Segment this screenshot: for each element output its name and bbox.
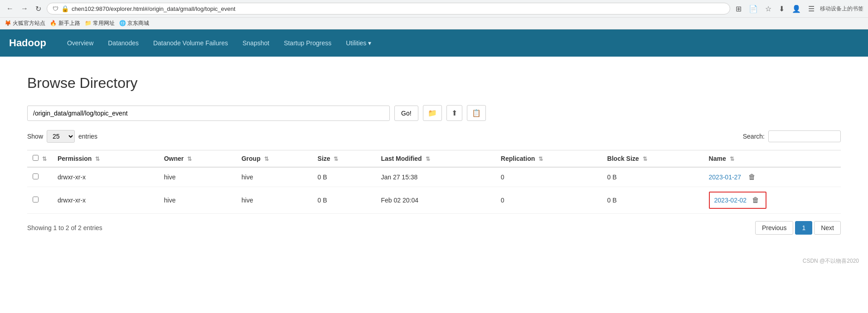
th-permission-label: Permission <box>58 155 92 162</box>
profile-icon[interactable]: 👤 <box>790 4 803 14</box>
reload-button[interactable]: ↻ <box>34 4 43 14</box>
sort-size-icon <box>334 156 338 162</box>
sort-icon <box>42 156 47 162</box>
page-1-button[interactable]: 1 <box>795 221 812 235</box>
extensions-icon[interactable]: ⊞ <box>734 4 743 14</box>
previous-button[interactable]: Previous <box>755 221 793 235</box>
row2-group: hive <box>236 187 312 214</box>
th-owner-label: Owner <box>164 155 184 162</box>
clipboard-icon-button[interactable]: 📋 <box>467 105 486 121</box>
nav-link-datanode-volume-failures[interactable]: Datanode Volume Failures <box>146 31 235 55</box>
row2-checkbox-cell <box>27 187 52 214</box>
th-group[interactable]: Group <box>236 150 312 168</box>
row1-delete-button[interactable]: 🗑 <box>747 172 757 182</box>
page-title: Browse Directory <box>27 75 841 91</box>
sort-permission-icon <box>95 156 100 162</box>
show-entries: Show 25 10 50 100 entries <box>27 130 97 143</box>
path-bar: Go! 📁 ⬆ 📋 <box>27 105 841 121</box>
next-button[interactable]: Next <box>814 221 841 235</box>
sort-replication-icon <box>538 156 543 162</box>
entries-select[interactable]: 25 10 50 100 <box>47 130 75 143</box>
th-block-size-label: Block Size <box>607 155 639 162</box>
mobile-bookmark-label: 移动设备上的书签 <box>820 5 863 13</box>
path-input[interactable] <box>27 106 390 121</box>
row2-highlighted-cell: 2023-02-02 🗑 <box>709 192 767 209</box>
row2-name-link[interactable]: 2023-02-02 <box>714 197 747 204</box>
main-content: Browse Directory Go! 📁 ⬆ 📋 Show 25 10 50… <box>0 57 868 253</box>
th-block-size[interactable]: Block Size <box>602 150 703 168</box>
row1-name-link[interactable]: 2023-01-27 <box>709 173 742 181</box>
sort-group-icon <box>264 156 269 162</box>
bookmark-jd[interactable]: 🌐 京东商城 <box>119 19 149 27</box>
browser-toolbar: ← → ↻ 🛡 🔒 chen102:9870/explorer.html#/or… <box>0 0 868 17</box>
go-button[interactable]: Go! <box>394 106 418 121</box>
row2-owner: hive <box>159 187 236 214</box>
browser-chrome: ← → ↻ 🛡 🔒 chen102:9870/explorer.html#/or… <box>0 0 868 29</box>
row1-replication: 0 <box>495 167 602 187</box>
sort-name-icon <box>730 156 734 162</box>
watermark: CSDN @不以物喜2020 <box>0 253 868 270</box>
bookmark-icon[interactable]: ☆ <box>763 4 773 14</box>
table-row: drwxr-xr-x hive hive 0 B Feb 02 20:04 0 … <box>27 187 841 214</box>
download-icon[interactable]: ⬇ <box>777 4 786 14</box>
search-label: Search: <box>743 133 765 140</box>
row1-block-size: 0 B <box>602 167 703 187</box>
sort-last-modified-icon <box>426 156 430 162</box>
lock-icon: 🔒 <box>61 5 69 12</box>
bookmark-firefox[interactable]: 🦊 火狐官方站点 <box>5 19 45 27</box>
row2-checkbox[interactable] <box>33 197 39 202</box>
sort-owner-icon <box>187 156 192 162</box>
th-owner[interactable]: Owner <box>159 150 236 168</box>
nav-link-utilities[interactable]: Utilities ▾ <box>339 31 378 55</box>
th-replication-label: Replication <box>501 155 535 162</box>
bookmark-newuser[interactable]: 🔥 新手上路 <box>50 19 80 27</box>
row1-checkbox[interactable] <box>33 173 39 179</box>
row2-size: 0 B <box>312 187 376 214</box>
nav-brand: Hadoop <box>9 37 46 49</box>
th-size-label: Size <box>318 155 330 162</box>
bookmark-common[interactable]: 📁 常用网址 <box>85 19 115 27</box>
nav-link-overview[interactable]: Overview <box>60 31 101 55</box>
row1-owner: hive <box>159 167 236 187</box>
table-footer: Showing 1 to 2 of 2 entries Previous 1 N… <box>27 221 841 235</box>
data-table: Permission Owner Group Size Last Modifie… <box>27 150 841 214</box>
nav-link-startup-progress[interactable]: Startup Progress <box>276 31 339 55</box>
row1-group: hive <box>236 167 312 187</box>
row2-delete-button[interactable]: 🗑 <box>750 195 761 205</box>
th-replication[interactable]: Replication <box>495 150 602 168</box>
pagination: Previous 1 Next <box>755 221 841 235</box>
select-all-checkbox[interactable] <box>33 155 39 161</box>
reader-view-icon[interactable]: 📄 <box>747 4 760 14</box>
search-input[interactable] <box>768 130 841 142</box>
row2-replication: 0 <box>495 187 602 214</box>
nav-links: Overview Datanodes Datanode Volume Failu… <box>60 31 378 55</box>
upload-icon-button[interactable]: ⬆ <box>446 105 462 121</box>
showing-text: Showing 1 to 2 of 2 entries <box>27 224 102 231</box>
th-name[interactable]: Name <box>703 150 841 168</box>
url-input[interactable]: chen102:9870/explorer.html#/origin_data/… <box>72 5 724 12</box>
th-size[interactable]: Size <box>312 150 376 168</box>
table-header: Permission Owner Group Size Last Modifie… <box>27 150 841 168</box>
row2-last-modified: Feb 02 20:04 <box>375 187 495 214</box>
bookmarks-bar: 🦊 火狐官方站点 🔥 新手上路 📁 常用网址 🌐 京东商城 <box>0 17 868 29</box>
nav-link-snapshot[interactable]: Snapshot <box>235 31 276 55</box>
utilities-label: Utilities <box>346 39 366 47</box>
menu-icon[interactable]: ☰ <box>806 4 816 14</box>
th-group-label: Group <box>242 155 261 162</box>
table-row: drwxr-xr-x hive hive 0 B Jan 27 15:38 0 … <box>27 167 841 187</box>
folder-icon-button[interactable]: 📁 <box>423 105 442 121</box>
row1-size: 0 B <box>312 167 376 187</box>
shield-icon: 🛡 <box>53 5 58 12</box>
nav-link-datanodes[interactable]: Datanodes <box>101 31 146 55</box>
row2-permission: drwxr-xr-x <box>52 187 159 214</box>
th-permission[interactable]: Permission <box>52 150 159 168</box>
select-all-header <box>27 150 52 168</box>
row1-name-cell: 2023-01-27 🗑 <box>703 167 841 187</box>
row1-checkbox-cell <box>27 167 52 187</box>
table-controls: Show 25 10 50 100 entries Search: <box>27 130 841 143</box>
show-label: Show <box>27 133 43 140</box>
forward-button[interactable]: → <box>19 4 30 14</box>
th-last-modified[interactable]: Last Modified <box>375 150 495 168</box>
row1-last-modified: Jan 27 15:38 <box>375 167 495 187</box>
back-button[interactable]: ← <box>5 4 15 14</box>
